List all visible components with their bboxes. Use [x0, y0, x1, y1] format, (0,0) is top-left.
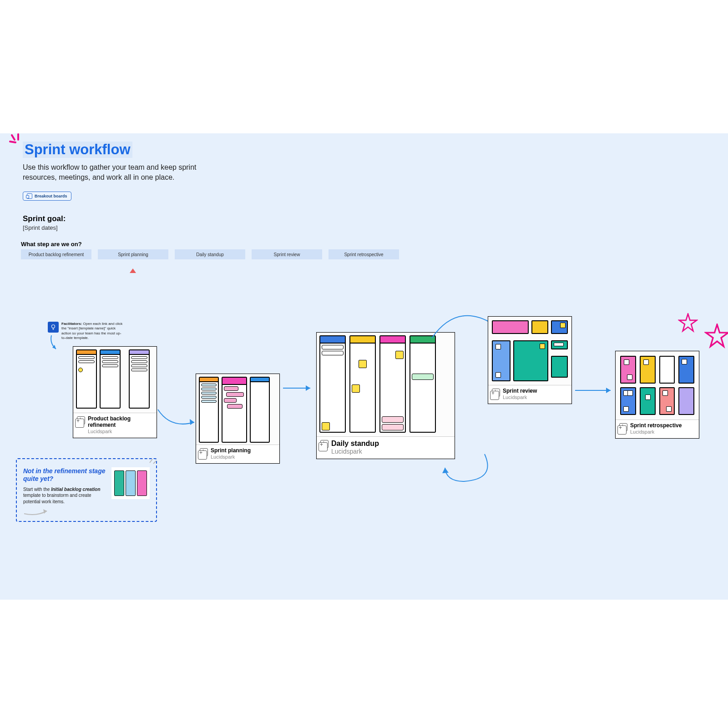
- star-icon: [678, 313, 698, 335]
- helpbox-title: Not in the refinement stage quite yet?: [23, 467, 107, 483]
- sprint-goal-heading: Sprint goal:: [23, 214, 66, 223]
- workflow-canvas[interactable]: Sprint workflow Use this workflow to gat…: [0, 133, 728, 600]
- svg-marker-10: [442, 468, 449, 473]
- add-template-icon: +: [320, 440, 329, 448]
- add-template-icon: +: [619, 423, 627, 431]
- svg-marker-13: [706, 324, 728, 346]
- current-step-indicator[interactable]: [130, 268, 136, 273]
- arrow-self-loop-icon: [441, 452, 491, 488]
- card-sprint-planning[interactable]: + Sprint planningLucidspark: [196, 374, 280, 464]
- svg-line-15: [150, 459, 152, 463]
- accent-burst-icon: [9, 133, 25, 148]
- svg-marker-12: [679, 314, 697, 331]
- facilitator-arrow-icon: [48, 334, 61, 353]
- add-template-icon: +: [200, 448, 208, 456]
- arrow-icon: [157, 409, 198, 431]
- step-sprint-retrospective[interactable]: Sprint retrospective: [329, 249, 399, 259]
- arrow-icon: [282, 384, 315, 393]
- card-backlog-refinement[interactable]: + Product backlog refinementLucidspark: [73, 346, 157, 438]
- page-subtitle: Use this workflow to gather your team an…: [23, 162, 223, 183]
- step-tabs: Product backlog refinement Sprint planni…: [21, 249, 399, 259]
- svg-marker-14: [43, 509, 47, 514]
- svg-marker-11: [606, 388, 611, 393]
- sprint-dates: [Sprint dates]: [23, 224, 58, 231]
- helpbox-initial-backlog[interactable]: Not in the refinement stage quite yet? S…: [16, 458, 157, 522]
- step-daily-standup[interactable]: Daily standup: [175, 249, 245, 259]
- add-template-icon: +: [77, 416, 85, 425]
- breakout-boards-button[interactable]: Breakout boards: [23, 192, 71, 201]
- step-sprint-planning[interactable]: Sprint planning: [98, 249, 168, 259]
- card-thumbnail: [488, 317, 571, 385]
- svg-line-2: [10, 142, 15, 142]
- star-icon: [704, 324, 728, 351]
- card-sprint-retrospective[interactable]: + Sprint retrospectiveLucidspark: [615, 351, 699, 439]
- helpbox-arrow-icon: [23, 507, 51, 516]
- card-sprint-review[interactable]: + Sprint reviewLucidspark: [488, 316, 572, 404]
- add-template-icon: +: [492, 389, 500, 397]
- card-daily-standup[interactable]: + Daily standupLucidspark: [316, 332, 455, 459]
- arrow-icon: [574, 386, 615, 395]
- card-thumbnail: [196, 374, 279, 445]
- lightbulb-icon: [48, 322, 59, 333]
- breakout-label: Breakout boards: [35, 194, 67, 198]
- card-thumbnail: [616, 351, 699, 420]
- breakout-icon: [27, 193, 32, 199]
- card-thumbnail: [73, 347, 157, 413]
- step-sprint-review[interactable]: Sprint review: [252, 249, 322, 259]
- step-backlog-refinement[interactable]: Product backlog refinement: [21, 249, 91, 259]
- svg-marker-7: [190, 419, 194, 425]
- step-heading: What step are we on?: [21, 241, 82, 248]
- svg-line-0: [12, 135, 15, 140]
- card-thumbnail: [317, 333, 455, 436]
- corner-accent-icon: [148, 455, 158, 465]
- helpbox-thumbnail: [111, 467, 150, 499]
- svg-marker-8: [306, 385, 310, 391]
- helpbox-body: Start with the Initial backlog creation …: [23, 486, 107, 505]
- svg-point-3: [52, 325, 55, 328]
- page-title: Sprint workflow: [23, 142, 132, 158]
- svg-line-16: [153, 461, 156, 464]
